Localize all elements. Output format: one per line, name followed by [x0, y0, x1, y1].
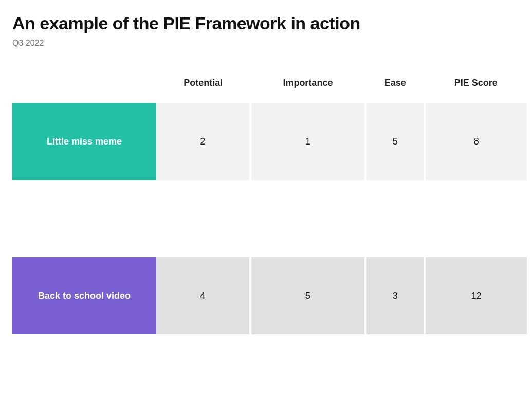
cell-value: 2: [156, 103, 250, 180]
chart-title: An example of the PIE Framework in actio…: [12, 13, 527, 33]
column-header: PIE Score: [425, 71, 527, 103]
row-name: Back to school video: [12, 257, 156, 334]
table-header-row: Potential Importance Ease PIE Score: [12, 71, 527, 103]
cell-value: 5: [365, 103, 425, 180]
column-header-rowname: [12, 71, 156, 103]
column-header: Ease: [365, 71, 425, 103]
pie-table: Potential Importance Ease PIE Score Litt…: [12, 71, 527, 396]
cell-value: 1: [250, 103, 365, 180]
row-name: Little miss meme: [12, 103, 156, 180]
cell-value: 4: [156, 257, 250, 334]
cell-value: 5: [250, 257, 365, 334]
table-row: Little miss meme 2 1 5 8: [12, 103, 527, 180]
column-header: Potential: [156, 71, 250, 103]
chart-subtitle: Q3 2022: [12, 39, 527, 48]
cell-value: 8: [425, 103, 527, 180]
table-row: Back to school video 4 5 3 12: [12, 257, 527, 334]
cell-value: 12: [425, 257, 527, 334]
column-header: Importance: [250, 71, 365, 103]
cell-value: 3: [365, 257, 425, 334]
